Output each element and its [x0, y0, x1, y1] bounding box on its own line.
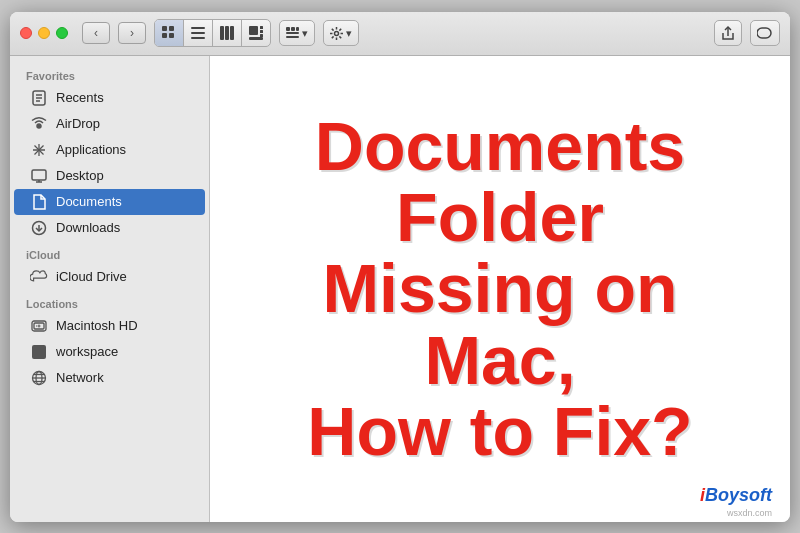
share-icon — [721, 25, 735, 41]
overlay-line3: How to Fix? — [307, 393, 692, 469]
finder-window: ‹ › — [10, 12, 790, 522]
tag-icon — [757, 26, 773, 40]
overlay-title: Documents Folder Missing on Mac, How to … — [239, 110, 761, 467]
svg-rect-4 — [191, 27, 205, 29]
downloads-icon — [30, 219, 48, 237]
workspace-icon — [30, 343, 48, 361]
overlay-line2: Missing on Mac, — [322, 250, 677, 397]
svg-rect-7 — [220, 26, 224, 40]
locations-section-label: Locations — [10, 290, 209, 313]
svg-rect-12 — [260, 30, 263, 33]
titlebar: ‹ › — [10, 12, 790, 56]
action-button[interactable]: ▾ — [323, 20, 359, 46]
back-icon: ‹ — [94, 26, 98, 40]
network-icon — [30, 369, 48, 387]
airdrop-label: AirDrop — [56, 116, 100, 131]
view-list-button[interactable] — [184, 20, 213, 46]
overlay-text: Documents Folder Missing on Mac, How to … — [239, 110, 761, 467]
tag-button[interactable] — [750, 20, 780, 46]
svg-rect-3 — [169, 33, 174, 38]
svg-rect-13 — [260, 34, 263, 37]
recents-label: Recents — [56, 90, 104, 105]
sidebar-item-desktop[interactable]: Desktop — [14, 163, 205, 189]
svg-rect-9 — [230, 26, 234, 40]
svg-line-28 — [332, 36, 334, 38]
forward-icon: › — [130, 26, 134, 40]
svg-rect-50 — [32, 345, 46, 359]
view-columns-icon — [220, 26, 234, 40]
traffic-lights — [20, 27, 68, 39]
icloud-drive-icon — [30, 268, 48, 286]
sidebar-item-recents[interactable]: Recents — [14, 85, 205, 111]
documents-label: Documents — [56, 194, 122, 209]
svg-point-20 — [335, 31, 339, 35]
desktop-icon — [30, 167, 48, 185]
minimize-button[interactable] — [38, 27, 50, 39]
view-toggle-group — [154, 19, 271, 47]
main-area: Favorites Recents — [10, 56, 790, 522]
svg-rect-19 — [286, 36, 299, 38]
wsxdn-watermark: wsxdn.com — [727, 508, 772, 518]
sidebar-item-macintosh-hd[interactable]: Macintosh HD — [14, 313, 205, 339]
sidebar-item-icloud-drive[interactable]: iCloud Drive — [14, 264, 205, 290]
sidebar: Favorites Recents — [10, 56, 210, 522]
view-icons-icon — [162, 26, 176, 40]
svg-line-25 — [332, 28, 334, 30]
view-gallery-button[interactable] — [242, 20, 270, 46]
svg-rect-15 — [286, 27, 290, 31]
svg-rect-18 — [286, 32, 299, 34]
brand-watermark: iBoysoft — [700, 485, 772, 506]
sidebar-item-workspace[interactable]: workspace — [14, 339, 205, 365]
view-list-icon — [191, 26, 205, 40]
icloud-drive-label: iCloud Drive — [56, 269, 127, 284]
svg-rect-8 — [225, 26, 229, 40]
svg-line-26 — [339, 36, 341, 38]
workspace-label: workspace — [56, 344, 118, 359]
close-button[interactable] — [20, 27, 32, 39]
sidebar-item-documents[interactable]: Documents — [14, 189, 205, 215]
view-gallery-icon — [249, 26, 263, 40]
overlay-line1: Documents Folder — [315, 107, 685, 254]
desktop-label: Desktop — [56, 168, 104, 183]
view-columns-button[interactable] — [213, 20, 242, 46]
svg-rect-30 — [757, 28, 771, 38]
svg-rect-10 — [249, 26, 258, 35]
macintosh-hd-label: Macintosh HD — [56, 318, 138, 333]
back-button[interactable]: ‹ — [82, 22, 110, 44]
svg-rect-6 — [191, 37, 205, 39]
icloud-section-label: iCloud — [10, 241, 209, 264]
sidebar-item-applications[interactable]: Applications — [14, 137, 205, 163]
downloads-label: Downloads — [56, 220, 120, 235]
svg-rect-1 — [169, 26, 174, 31]
documents-icon — [30, 193, 48, 211]
forward-button[interactable]: › — [118, 22, 146, 44]
applications-icon — [30, 141, 48, 159]
svg-rect-14 — [249, 37, 263, 40]
gear-icon — [330, 27, 343, 40]
maximize-button[interactable] — [56, 27, 68, 39]
svg-rect-40 — [32, 170, 46, 180]
content-area: Documents Folder Missing on Mac, How to … — [210, 56, 790, 522]
action-arrow: ▾ — [346, 27, 352, 40]
macintosh-hd-icon — [30, 317, 48, 335]
brand-suffix: Boysoft — [705, 485, 772, 505]
group-sort-button[interactable]: ▾ — [279, 20, 315, 46]
sidebar-item-airdrop[interactable]: AirDrop — [14, 111, 205, 137]
svg-rect-5 — [191, 32, 205, 34]
svg-line-27 — [339, 28, 341, 30]
sidebar-item-network[interactable]: Network — [14, 365, 205, 391]
share-button[interactable] — [714, 20, 742, 46]
favorites-section-label: Favorites — [10, 62, 209, 85]
svg-rect-0 — [162, 26, 167, 31]
view-icons-button[interactable] — [155, 20, 184, 46]
recents-icon — [30, 89, 48, 107]
group-sort-arrow: ▾ — [302, 27, 308, 40]
svg-rect-11 — [260, 26, 263, 29]
applications-label: Applications — [56, 142, 126, 157]
group-icon — [286, 27, 299, 40]
svg-point-35 — [37, 124, 41, 128]
svg-rect-17 — [296, 27, 299, 31]
svg-rect-16 — [291, 27, 295, 31]
sidebar-item-downloads[interactable]: Downloads — [14, 215, 205, 241]
airdrop-icon — [30, 115, 48, 133]
